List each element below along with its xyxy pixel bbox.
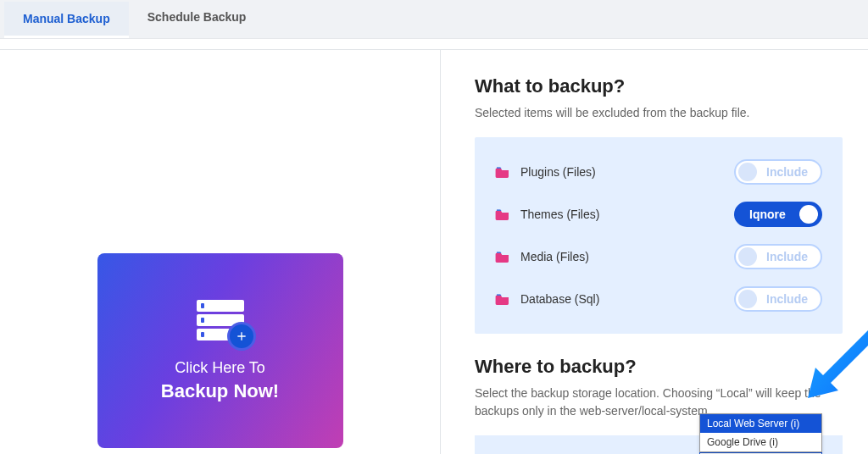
save-panel: Save a copy to Local Web Server (i) Goog…	[475, 435, 843, 454]
backup-item-label: Themes (Files)	[520, 208, 599, 221]
storage-option-gdrive[interactable]: Google Drive (i)	[700, 433, 821, 451]
backup-now-line1: Click Here To	[175, 359, 265, 377]
folder-icon	[495, 208, 510, 220]
plus-icon	[227, 322, 256, 351]
backup-item-database: Database (Sql) Include	[495, 278, 822, 320]
what-title: What to backup?	[475, 75, 843, 97]
backup-item-label: Database (Sql)	[520, 292, 599, 306]
tab-schedule-backup[interactable]: Schedule Backup	[129, 0, 265, 38]
folder-icon	[495, 251, 510, 263]
toggle-database[interactable]: Include	[734, 286, 822, 312]
what-panel: Plugins (Files) Include Themes (Files) I…	[475, 137, 843, 334]
right-column: What to backup? Selected items will be e…	[441, 50, 868, 454]
toggle-plugins[interactable]: Include	[734, 159, 822, 185]
tab-manual-backup[interactable]: Manual Backup	[4, 0, 129, 38]
what-subtitle: Selected items will be excluded from the…	[475, 104, 843, 122]
backup-item-label: Plugins (Files)	[520, 165, 596, 179]
storage-option-local[interactable]: Local Web Server (i)	[700, 414, 821, 433]
backup-item-themes: Themes (Files) Iqnore	[495, 193, 822, 235]
folder-icon	[495, 293, 510, 305]
server-icon	[197, 300, 244, 340]
toggle-media[interactable]: Include	[734, 244, 822, 269]
where-title: Where to backup?	[475, 356, 843, 378]
backup-item-label: Media (Files)	[520, 250, 589, 263]
storage-dropdown: Local Web Server (i) Google Drive (i)	[699, 413, 822, 452]
toggle-themes[interactable]: Iqnore	[734, 202, 822, 227]
backup-now-line2: Backup Now!	[161, 380, 279, 402]
backup-now-card[interactable]: Click Here To Backup Now!	[97, 253, 343, 448]
backup-item-plugins: Plugins (Files) Include	[495, 151, 822, 193]
folder-icon	[495, 166, 510, 178]
left-column: Click Here To Backup Now!	[0, 50, 441, 454]
tab-bar: Manual Backup Schedule Backup	[0, 0, 868, 39]
backup-item-media: Media (Files) Include	[495, 235, 822, 278]
main-content: Click Here To Backup Now! What to backup…	[0, 49, 868, 454]
